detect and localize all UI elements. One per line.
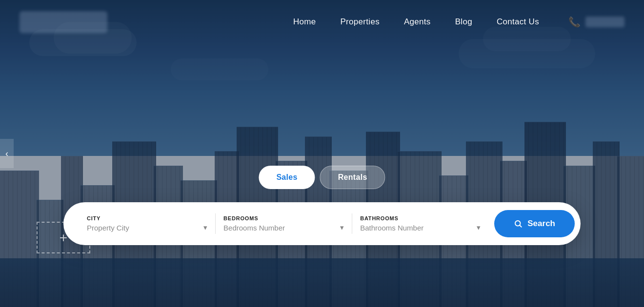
search-icon	[514, 219, 523, 228]
bathrooms-placeholder: Bathrooms Number	[360, 224, 423, 232]
city-label: CITY	[87, 215, 207, 221]
tab-sales[interactable]: Sales	[259, 166, 315, 189]
bedrooms-field: BEDROOMS Bedrooms Number ▾	[216, 213, 352, 234]
bathrooms-field: BATHROOMS Bathrooms Number ▾	[352, 213, 488, 234]
bedrooms-label: BEDROOMS	[223, 215, 344, 221]
chevron-left-icon: ‹	[5, 149, 8, 159]
nav-item-blog[interactable]: Blog	[455, 17, 472, 27]
bathrooms-select[interactable]: Bathrooms Number ▾	[360, 223, 481, 232]
tab-rentals[interactable]: Rentals	[320, 166, 385, 189]
nav-links: Home Properties Agents Blog Contact Us	[293, 17, 539, 27]
left-arrow-button[interactable]: ‹	[0, 139, 14, 168]
add-widget[interactable]: +	[37, 222, 90, 253]
nav-link-blog[interactable]: Blog	[455, 17, 472, 26]
city-placeholder: Property City	[87, 224, 129, 232]
navbar: Home Properties Agents Blog Contact Us 📞…	[0, 0, 644, 44]
bedrooms-select[interactable]: Bedrooms Number ▾	[223, 223, 344, 232]
tab-container: Sales Rentals	[259, 166, 385, 189]
city-select[interactable]: Property City ▾	[87, 223, 207, 232]
nav-item-agents[interactable]: Agents	[404, 17, 431, 27]
phone-area: 📞 xxxxxxxxx	[568, 16, 624, 28]
city-field: CITY Property City ▾	[79, 213, 216, 234]
bedrooms-chevron-icon: ▾	[340, 223, 344, 232]
logo	[20, 11, 107, 33]
plus-icon: +	[60, 230, 67, 246]
nav-link-contact[interactable]: Contact Us	[497, 17, 539, 26]
nav-item-contact[interactable]: Contact Us	[497, 17, 539, 27]
nav-item-properties[interactable]: Properties	[340, 17, 379, 27]
nav-link-properties[interactable]: Properties	[340, 17, 379, 26]
svg-line-1	[520, 225, 522, 227]
nav-link-agents[interactable]: Agents	[404, 17, 431, 26]
search-button[interactable]: Search	[494, 210, 575, 237]
bathrooms-chevron-icon: ▾	[477, 223, 481, 232]
nav-link-home[interactable]: Home	[293, 17, 316, 26]
nav-item-home[interactable]: Home	[293, 17, 316, 27]
search-button-label: Search	[527, 219, 555, 229]
phone-number: xxxxxxxxx	[585, 17, 624, 27]
bathrooms-label: BATHROOMS	[360, 215, 481, 221]
bedrooms-placeholder: Bedrooms Number	[223, 224, 285, 232]
city-chevron-icon: ▾	[203, 223, 207, 232]
phone-icon: 📞	[568, 16, 581, 28]
search-bar: CITY Property City ▾ BEDROOMS Bedrooms N…	[63, 202, 581, 245]
